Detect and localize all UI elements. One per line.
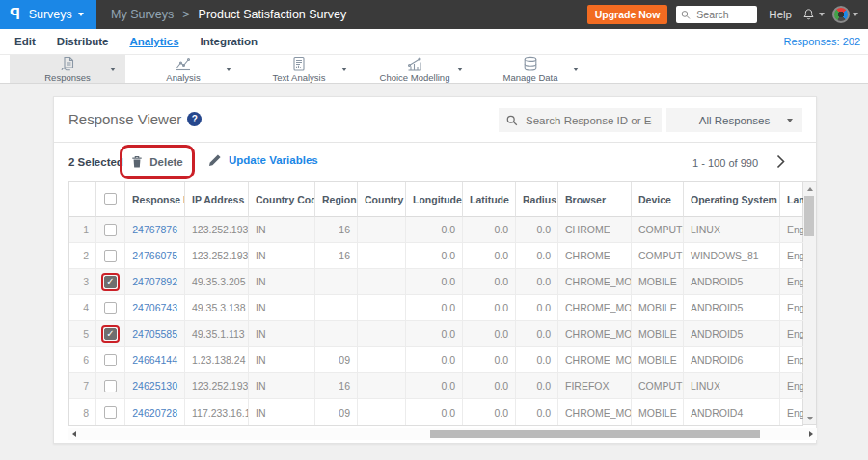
- table-body: 124767876123.252.193.148IN160.00.00.0CHR…: [69, 217, 802, 425]
- scroll-left-arrow[interactable]: [68, 428, 80, 440]
- cell-ip: 117.233.16.177: [185, 399, 249, 425]
- cell-browser: CHROME: [558, 217, 632, 243]
- response-id-link[interactable]: 24706743: [132, 302, 177, 313]
- global-search[interactable]: [676, 6, 757, 23]
- chevron-down-icon[interactable]: [226, 68, 231, 71]
- chevron-down-icon[interactable]: [573, 68, 579, 71]
- scroll-down-arrow[interactable]: [803, 412, 816, 424]
- cell-ip: 49.35.1.113: [185, 321, 249, 347]
- col-header-country_code[interactable]: Country Code: [249, 182, 315, 217]
- cell-device: COMPUTER: [632, 373, 684, 399]
- cell-country: [358, 243, 406, 269]
- row-checkbox[interactable]: [104, 250, 117, 262]
- cell-checkbox: [96, 347, 125, 373]
- trash-icon: [131, 155, 143, 169]
- toolbar-text-analysis[interactable]: Text Analysis: [241, 55, 357, 83]
- cell-checkbox: [96, 399, 125, 425]
- vertical-scroll-thumb[interactable]: [804, 196, 814, 236]
- response-search[interactable]: [499, 108, 662, 132]
- response-id-link[interactable]: 24620728: [132, 407, 177, 419]
- cell-region: [315, 321, 358, 347]
- help-icon[interactable]: ?: [187, 112, 202, 126]
- chevron-down-icon[interactable]: [457, 68, 463, 71]
- cell-num: 2: [69, 243, 96, 269]
- response-id-link[interactable]: 24766075: [132, 250, 177, 261]
- col-header-longitude[interactable]: Longitude: [406, 182, 463, 217]
- delete-label: Delete: [149, 156, 183, 168]
- questionpro-logo: P: [10, 6, 20, 23]
- cell-ip: 49.35.3.138: [185, 295, 249, 321]
- nav-distribute[interactable]: Distribute: [57, 36, 109, 47]
- response-id-link[interactable]: 24705585: [132, 328, 177, 339]
- nav-edit[interactable]: Edit: [14, 36, 36, 47]
- table-row: 124767876123.252.193.148IN160.00.00.0CHR…: [69, 217, 802, 243]
- row-checkbox[interactable]: [104, 380, 117, 392]
- scroll-right-arrow[interactable]: [805, 428, 817, 440]
- row-checkbox[interactable]: [104, 354, 117, 366]
- cell-browser: CHROME_MOBILE: [558, 321, 632, 347]
- toolbar-manage-data[interactable]: Manage Data: [473, 55, 588, 83]
- cell-device: MOBILE: [632, 347, 684, 373]
- responses-table: Response IDIP AddressCountry CodeRegionC…: [68, 181, 817, 428]
- chevron-down-icon[interactable]: [341, 68, 347, 71]
- col-header-os[interactable]: Operating System: [684, 182, 780, 217]
- cell-radius: 0.0: [516, 243, 558, 269]
- chevron-down-icon: [819, 13, 825, 16]
- analysis-icon: [175, 56, 192, 72]
- cell-num: 7: [69, 373, 96, 399]
- response-id-link[interactable]: 24625130: [132, 380, 177, 392]
- cell-country: [358, 295, 406, 321]
- responses-filter-dropdown[interactable]: All Responses: [666, 108, 802, 132]
- scroll-up-arrow[interactable]: [803, 182, 816, 195]
- row-checkbox[interactable]: [104, 406, 117, 419]
- responses-icon: [59, 56, 76, 72]
- app-logo-menu[interactable]: P Surveys: [0, 0, 96, 29]
- nav-integration[interactable]: Integration: [201, 36, 258, 47]
- cell-country: [358, 269, 406, 295]
- cell-latitude: 0.0: [463, 217, 516, 243]
- help-link[interactable]: Help: [769, 9, 792, 20]
- row-checkbox[interactable]: [104, 224, 117, 236]
- account-menu[interactable]: [832, 6, 858, 23]
- col-header-device[interactable]: Device: [632, 182, 684, 217]
- response-id-link[interactable]: 24664144: [132, 354, 177, 365]
- row-checkbox[interactable]: ✓: [104, 328, 117, 340]
- next-page-button[interactable]: [776, 154, 785, 173]
- response-search-input[interactable]: [524, 114, 654, 127]
- col-header-id[interactable]: Response ID: [125, 182, 185, 217]
- breadcrumb-parent[interactable]: My Surveys: [111, 8, 174, 21]
- row-checkbox[interactable]: ✓: [104, 276, 117, 288]
- cell-num: 4: [69, 295, 96, 321]
- col-header-ip[interactable]: IP Address: [185, 182, 249, 217]
- nav-analytics[interactable]: Analytics: [129, 36, 178, 47]
- col-header-browser[interactable]: Browser: [558, 182, 632, 217]
- global-search-input[interactable]: [694, 8, 752, 21]
- panel-header: Response Viewer ? All Responses: [54, 97, 816, 143]
- delete-button[interactable]: Delete: [125, 154, 189, 170]
- horizontal-scroll-thumb[interactable]: [430, 430, 760, 438]
- toolbar-choice-modelling[interactable]: Choice Modelling: [357, 55, 473, 83]
- col-header-latitude[interactable]: Latitude: [463, 182, 516, 217]
- response-id-link[interactable]: 24767876: [132, 224, 177, 235]
- col-header-language[interactable]: Language: [780, 182, 805, 217]
- chevron-down-icon[interactable]: [110, 68, 116, 71]
- col-header-radius[interactable]: Radius: [516, 182, 558, 217]
- upgrade-now-button[interactable]: Upgrade Now: [587, 5, 668, 24]
- responses-count[interactable]: Responses: 202: [784, 36, 861, 47]
- horizontal-scrollbar[interactable]: [68, 428, 817, 440]
- select-all-checkbox[interactable]: [104, 193, 117, 205]
- col-header-country[interactable]: Country: [358, 182, 406, 217]
- cell-ip: 1.23.138.24: [185, 347, 249, 373]
- response-id-link[interactable]: 24707892: [132, 276, 177, 287]
- col-header-region[interactable]: Region: [315, 182, 358, 217]
- update-variables-button[interactable]: Update Variables: [208, 153, 318, 167]
- panel-title: Response Viewer: [68, 111, 181, 127]
- cell-country_code: IN: [249, 347, 315, 373]
- toolbar-responses[interactable]: Responses: [10, 55, 125, 83]
- row-checkbox[interactable]: [104, 302, 117, 314]
- vertical-scrollbar[interactable]: [803, 181, 817, 425]
- cell-country_code: IN: [249, 217, 315, 243]
- toolbar-analysis[interactable]: Analysis: [125, 55, 241, 83]
- notifications-button[interactable]: [801, 8, 825, 22]
- cell-country: [358, 217, 406, 243]
